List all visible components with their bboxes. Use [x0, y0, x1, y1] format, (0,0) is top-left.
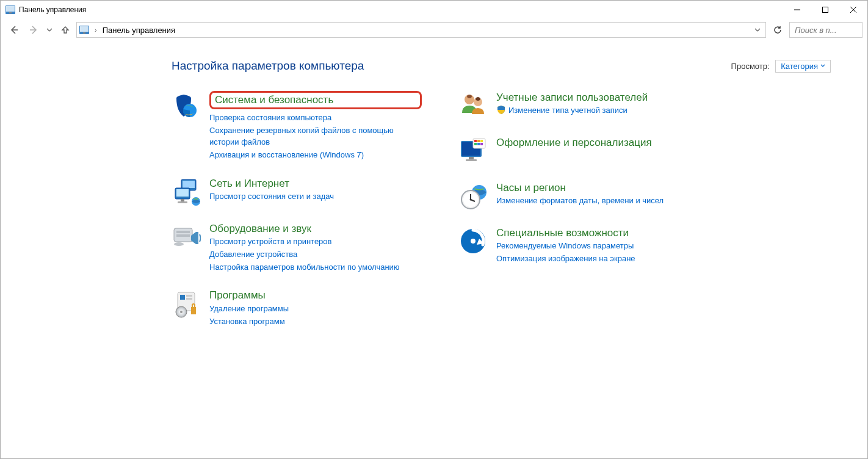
- svg-rect-11: [83, 32, 85, 34]
- programs-link-1[interactable]: Установка программ: [209, 316, 289, 328]
- svg-rect-16: [183, 181, 195, 188]
- category-hardware: Оборудование и звук Просмотр устройств и…: [172, 222, 422, 273]
- hardware-icon: [172, 222, 201, 251]
- hardware-link-1[interactable]: Добавление устройства: [209, 249, 400, 261]
- network-link-0[interactable]: Просмотр состояния сети и задач: [209, 191, 334, 203]
- svg-rect-28: [186, 295, 192, 297]
- svg-rect-36: [469, 157, 474, 159]
- address-bar[interactable]: › Панель управления: [76, 22, 766, 38]
- view-dropdown[interactable]: Категория: [775, 60, 831, 73]
- svg-rect-27: [180, 295, 185, 300]
- svg-rect-4: [823, 7, 828, 13]
- programs-icon: [172, 289, 201, 318]
- svg-point-52: [471, 239, 476, 244]
- svg-point-25: [174, 242, 184, 246]
- programs-link-0[interactable]: Удаление программы: [209, 303, 289, 315]
- svg-rect-10: [80, 26, 89, 32]
- shield-icon: [496, 105, 506, 115]
- minimize-button[interactable]: [783, 1, 811, 19]
- svg-rect-43: [477, 143, 480, 145]
- hardware-title-link[interactable]: Оборудование и звук: [209, 222, 400, 235]
- svg-rect-23: [176, 231, 190, 233]
- system-link-2[interactable]: Архивация и восстановление (Windows 7): [209, 150, 422, 161]
- page-heading: Настройка параметров компьютера: [172, 59, 364, 73]
- svg-rect-29: [186, 298, 192, 300]
- accounts-link-0-text: Изменение типа учетной записи: [508, 105, 627, 117]
- clock-link-0[interactable]: Изменение форматов даты, времени и чисел: [496, 195, 664, 207]
- highlight-system: Система и безопасность: [209, 91, 422, 109]
- ease-title-link[interactable]: Специальные возможности: [496, 226, 635, 239]
- control-panel-icon: [5, 5, 15, 14]
- appearance-title-link[interactable]: Оформление и персонализация: [496, 136, 652, 149]
- svg-rect-44: [480, 143, 483, 145]
- ease-icon: [458, 226, 488, 256]
- titlebar: Панель управления: [1, 1, 867, 19]
- svg-rect-19: [181, 199, 184, 201]
- content-area: Настройка параметров компьютера Просмотр…: [1, 41, 867, 343]
- view-value: Категория: [781, 62, 818, 71]
- hardware-link-2[interactable]: Настройка параметров мобильности по умол…: [209, 262, 400, 273]
- forward-button[interactable]: [25, 21, 42, 38]
- svg-rect-37: [466, 159, 477, 161]
- address-text: Панель управления: [103, 26, 748, 35]
- svg-rect-24: [176, 234, 190, 237]
- category-ease: Специальные возможности Рекомендуемые Wi…: [458, 226, 709, 265]
- view-label: Просмотр:: [731, 62, 770, 71]
- clock-icon: [458, 181, 488, 211]
- ease-link-0[interactable]: Рекомендуемые Windows параметры: [496, 240, 635, 252]
- search-input[interactable]: [794, 25, 868, 35]
- network-icon: [172, 177, 201, 206]
- appearance-icon: [458, 136, 488, 165]
- close-button[interactable]: [839, 1, 867, 19]
- programs-title-link[interactable]: Программы: [209, 289, 289, 302]
- ease-link-1[interactable]: Оптимизация изображения на экране: [496, 253, 635, 265]
- accounts-link-0[interactable]: Изменение типа учетной записи: [496, 105, 648, 117]
- category-system: Система и безопасность Проверка состояни…: [172, 91, 422, 161]
- address-icon: [79, 26, 89, 34]
- category-programs: Программы Удаление программы Установка п…: [172, 289, 422, 327]
- svg-point-31: [180, 311, 183, 313]
- network-title-link[interactable]: Сеть и Интернет: [209, 177, 334, 190]
- column-left: Система и безопасность Проверка состояни…: [172, 91, 422, 343]
- maximize-button[interactable]: [811, 1, 839, 19]
- category-appearance: Оформление и персонализация: [458, 136, 709, 165]
- svg-rect-1: [6, 6, 15, 12]
- address-dropdown-button[interactable]: [752, 23, 763, 37]
- back-button[interactable]: [5, 21, 23, 38]
- accounts-icon: [458, 91, 488, 120]
- window-controls: [783, 1, 867, 19]
- svg-point-50: [470, 199, 472, 201]
- svg-rect-42: [474, 143, 477, 145]
- hardware-link-0[interactable]: Просмотр устройств и принтеров: [209, 236, 400, 248]
- accounts-title-link[interactable]: Учетные записи пользователей: [496, 91, 648, 104]
- control-panel-window: Панель управления › Панель управления: [0, 0, 868, 459]
- column-right: Учетные записи пользователей Изменение т…: [458, 91, 709, 343]
- titlebar-left: Панель управления: [5, 5, 86, 14]
- category-clock: Часы и регион Изменение форматов даты, в…: [458, 181, 709, 211]
- view-selector: Просмотр: Категория: [731, 60, 831, 73]
- svg-rect-40: [477, 140, 480, 142]
- category-network: Сеть и Интернет Просмотр состояния сети …: [172, 177, 422, 206]
- svg-rect-20: [178, 201, 187, 203]
- chevron-down-icon: [820, 63, 825, 68]
- system-icon: [172, 91, 201, 120]
- nav-row: › Панель управления: [1, 19, 867, 41]
- svg-rect-41: [480, 140, 483, 142]
- window-title: Панель управления: [19, 5, 86, 14]
- category-accounts: Учетные записи пользователей Изменение т…: [458, 91, 709, 120]
- clock-title-link[interactable]: Часы и регион: [496, 181, 664, 194]
- svg-rect-39: [474, 140, 477, 142]
- system-link-0[interactable]: Проверка состояния компьютера: [209, 112, 422, 124]
- svg-rect-18: [176, 189, 189, 197]
- category-columns: Система и безопасность Проверка состояни…: [172, 91, 831, 343]
- svg-rect-2: [9, 12, 12, 13]
- header-row: Настройка параметров компьютера Просмотр…: [172, 59, 831, 73]
- search-box[interactable]: [789, 22, 863, 38]
- chevron-right-icon: ›: [93, 26, 99, 34]
- system-title-link[interactable]: Система и безопасность: [215, 94, 333, 106]
- up-button[interactable]: [57, 21, 74, 38]
- recent-button[interactable]: [45, 21, 54, 38]
- system-link-1[interactable]: Сохранение резервных копий файлов с помо…: [209, 125, 422, 148]
- refresh-button[interactable]: [769, 22, 787, 38]
